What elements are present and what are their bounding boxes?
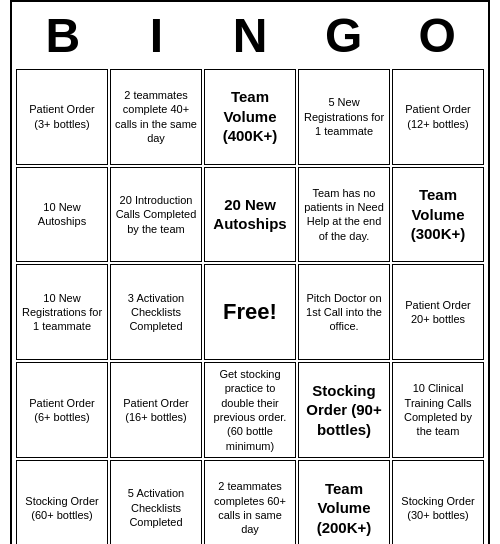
- cell-text: Patient Order (6+ bottles): [20, 396, 104, 425]
- cell-text: 10 New Autoships: [20, 200, 104, 229]
- bingo-cell: Patient Order (12+ bottles): [392, 69, 484, 165]
- cell-text: Stocking Order (90+ bottles): [302, 381, 386, 440]
- bingo-cell: Team has no patients in Need Help at the…: [298, 167, 390, 263]
- bingo-cell: 2 teammates complete 40+ calls in the sa…: [110, 69, 202, 165]
- bingo-header: BINGO: [16, 6, 484, 67]
- cell-text: Stocking Order (60+ bottles): [20, 494, 104, 523]
- bingo-cell: Patient Order (6+ bottles): [16, 362, 108, 458]
- cell-text: 5 Activation Checklists Completed: [114, 486, 198, 529]
- bingo-cell: Get stocking practice to double their pr…: [204, 362, 296, 458]
- cell-text: Free!: [223, 298, 277, 327]
- cell-text: 10 New Registrations for 1 teammate: [20, 291, 104, 334]
- cell-text: 2 teammates completes 60+ calls in same …: [208, 479, 292, 536]
- bingo-cell: Patient Order 20+ bottles: [392, 264, 484, 360]
- cell-text: Patient Order (3+ bottles): [20, 102, 104, 131]
- header-letter: N: [203, 6, 297, 67]
- bingo-cell: Team Volume (400K+): [204, 69, 296, 165]
- bingo-cell: 2 teammates completes 60+ calls in same …: [204, 460, 296, 544]
- bingo-cell: 3 Activation Checklists Completed: [110, 264, 202, 360]
- bingo-cell: 10 New Autoships: [16, 167, 108, 263]
- cell-text: 2 teammates complete 40+ calls in the sa…: [114, 88, 198, 145]
- bingo-cell: Stocking Order (60+ bottles): [16, 460, 108, 544]
- cell-text: Patient Order (12+ bottles): [396, 102, 480, 131]
- header-letter: O: [390, 6, 484, 67]
- bingo-cell: 10 New Registrations for 1 teammate: [16, 264, 108, 360]
- bingo-cell: Team Volume (200K+): [298, 460, 390, 544]
- bingo-cell: Free!: [204, 264, 296, 360]
- bingo-cell: Stocking Order (30+ bottles): [392, 460, 484, 544]
- cell-text: 20 New Autoships: [208, 195, 292, 234]
- bingo-cell: Patient Order (16+ bottles): [110, 362, 202, 458]
- cell-text: 5 New Registrations for 1 teammate: [302, 95, 386, 138]
- header-letter: I: [110, 6, 204, 67]
- cell-text: Patient Order 20+ bottles: [396, 298, 480, 327]
- bingo-cell: Pitch Doctor on 1st Call into the office…: [298, 264, 390, 360]
- cell-text: Team has no patients in Need Help at the…: [302, 186, 386, 243]
- bingo-card: BINGO Patient Order (3+ bottles)2 teamma…: [10, 0, 490, 544]
- cell-text: 20 Introduction Calls Completed by the t…: [114, 193, 198, 236]
- bingo-cell: 5 New Registrations for 1 teammate: [298, 69, 390, 165]
- bingo-cell: Stocking Order (90+ bottles): [298, 362, 390, 458]
- cell-text: Get stocking practice to double their pr…: [208, 367, 292, 453]
- cell-text: Team Volume (400K+): [208, 87, 292, 146]
- cell-text: Team Volume (300K+): [396, 185, 480, 244]
- bingo-cell: 10 Clinical Training Calls Completed by …: [392, 362, 484, 458]
- bingo-cell: 20 Introduction Calls Completed by the t…: [110, 167, 202, 263]
- cell-text: 10 Clinical Training Calls Completed by …: [396, 381, 480, 438]
- bingo-cell: Team Volume (300K+): [392, 167, 484, 263]
- bingo-cell: Patient Order (3+ bottles): [16, 69, 108, 165]
- bingo-cell: 20 New Autoships: [204, 167, 296, 263]
- cell-text: Team Volume (200K+): [302, 479, 386, 538]
- cell-text: Pitch Doctor on 1st Call into the office…: [302, 291, 386, 334]
- cell-text: Patient Order (16+ bottles): [114, 396, 198, 425]
- bingo-grid: Patient Order (3+ bottles)2 teammates co…: [16, 69, 484, 544]
- header-letter: G: [297, 6, 391, 67]
- header-letter: B: [16, 6, 110, 67]
- cell-text: 3 Activation Checklists Completed: [114, 291, 198, 334]
- bingo-cell: 5 Activation Checklists Completed: [110, 460, 202, 544]
- cell-text: Stocking Order (30+ bottles): [396, 494, 480, 523]
